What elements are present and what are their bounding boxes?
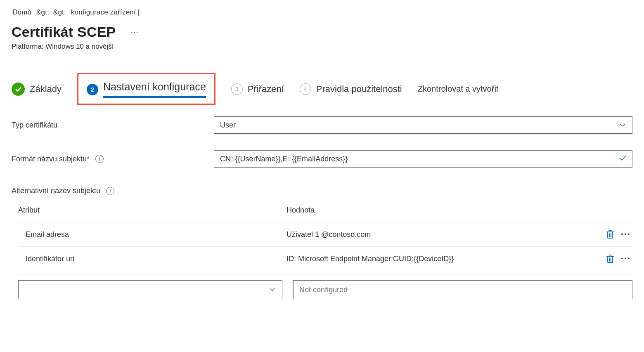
- trash-icon[interactable]: [605, 254, 615, 264]
- row-more-icon[interactable]: ···: [621, 229, 631, 240]
- step-number-icon: 2: [87, 84, 98, 95]
- valid-check-icon: [618, 154, 627, 165]
- san-row-val: ID: Microsoft Endpoint Manager:GUID:{{De…: [286, 255, 605, 263]
- breadcrumb: Domů &gt; &gt; konfigurace zařízení |: [12, 8, 632, 17]
- cert-type-value: User: [220, 121, 236, 130]
- chevron-down-icon: [269, 286, 276, 293]
- info-icon[interactable]: i: [95, 155, 104, 163]
- subject-name-label: Formát názvu subjektu* i: [12, 155, 214, 163]
- wizard-step-label: Přiřazení: [248, 84, 284, 94]
- wizard-step-applicability[interactable]: 4 Pravidla použitelnosti: [300, 83, 402, 95]
- san-row: Identifikátor uri ID: Microsoft Endpoint…: [18, 246, 632, 271]
- cert-type-label: Typ certifikátu: [12, 121, 214, 130]
- san-table: Atribut Hodnota Email adresa Uživatel 1 …: [12, 203, 632, 299]
- san-row-attr: Email adresa: [18, 230, 286, 239]
- wizard-step-label: Pravidla použitelnosti: [316, 84, 402, 94]
- wizard-step-label: Základy: [30, 84, 62, 94]
- step-number-icon: 3: [231, 83, 243, 95]
- san-col-value: Hodnota: [286, 206, 315, 215]
- san-new-val-input[interactable]: [299, 281, 614, 299]
- check-circle-icon: [12, 83, 25, 96]
- wizard-step-label: Zkontrolovat a vytvořit: [418, 84, 499, 94]
- row-more-icon[interactable]: ···: [621, 253, 631, 264]
- trash-icon[interactable]: [605, 229, 615, 239]
- step-number-icon: 4: [300, 83, 311, 95]
- wizard-steps: Základy 2 Nastavení konfigurace 3 Přiřaz…: [12, 73, 632, 105]
- platform-subtitle: Platforma: Windows 10 a novější: [12, 43, 632, 51]
- san-col-attribute: Atribut: [18, 206, 286, 215]
- san-row-attr: Identifikátor uri: [18, 255, 286, 263]
- san-section-header: Alternativní název subjektu i: [12, 187, 632, 195]
- page-title: Certifikát SCEP: [12, 24, 116, 40]
- wizard-step-config[interactable]: 2 Nastavení konfigurace: [77, 73, 215, 105]
- chevron-down-icon: [619, 121, 626, 129]
- breadcrumb-home[interactable]: Domů: [12, 8, 31, 16]
- wizard-step-assignments[interactable]: 3 Přiřazení: [231, 83, 284, 95]
- info-icon[interactable]: i: [106, 187, 114, 195]
- san-new-attr-select[interactable]: [18, 280, 282, 299]
- cert-type-select[interactable]: User: [214, 116, 632, 134]
- san-new-val-input-wrapper: [293, 280, 632, 299]
- san-row: Email adresa Uživatel 1 @contoso.com ···: [18, 222, 632, 246]
- breadcrumb-tail[interactable]: konfigurace zařízení |: [71, 8, 140, 16]
- wizard-step-review[interactable]: Zkontrolovat a vytvořit: [418, 84, 499, 94]
- wizard-step-basics[interactable]: Základy: [12, 83, 62, 96]
- san-row-val: Uživatel 1 @contoso.com: [286, 230, 605, 239]
- more-actions-icon[interactable]: ···: [128, 25, 141, 39]
- subject-name-input-wrapper: [214, 150, 632, 168]
- subject-name-input[interactable]: [220, 151, 614, 167]
- wizard-step-label: Nastavení konfigurace: [103, 81, 206, 98]
